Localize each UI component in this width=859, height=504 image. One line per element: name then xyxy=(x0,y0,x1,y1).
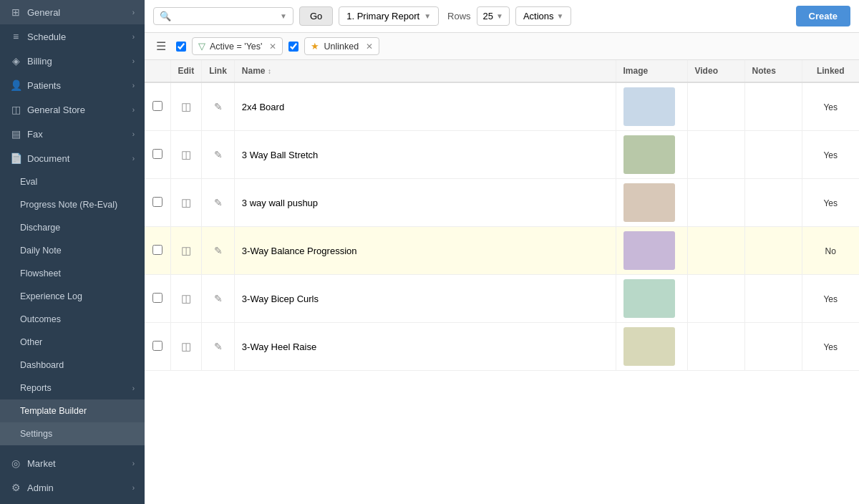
sidebar-item-discharge[interactable]: Discharge xyxy=(0,216,145,239)
sidebar-label-outcomes: Outcomes xyxy=(20,314,61,324)
row-checkbox[interactable] xyxy=(152,101,162,111)
view-icon[interactable]: ◫ xyxy=(181,292,191,304)
filter2-close[interactable]: ✕ xyxy=(366,42,373,52)
linked-value: Yes xyxy=(823,342,838,352)
exercise-image xyxy=(623,87,675,126)
edit-icon[interactable]: ✎ xyxy=(214,101,223,112)
filter-sort-button[interactable]: ☰ xyxy=(152,38,170,54)
patients-icon: 👤 xyxy=(10,79,21,91)
edit-icon[interactable]: ✎ xyxy=(214,341,223,352)
edit-icon[interactable]: ✎ xyxy=(214,245,223,256)
view-icon[interactable]: ◫ xyxy=(181,100,191,112)
create-button[interactable]: Create xyxy=(796,6,850,26)
sidebar-label-admin: Admin xyxy=(27,483,54,493)
sidebar-item-billing[interactable]: ◈ Billing › xyxy=(0,49,145,73)
sidebar-label-billing: Billing xyxy=(27,56,52,67)
filter2-star-icon: ★ xyxy=(311,41,319,52)
name-cell: 3 way wall pushup xyxy=(234,179,616,227)
go-button[interactable]: Go xyxy=(299,6,333,26)
view-icon[interactable]: ◫ xyxy=(181,196,191,208)
sidebar-item-reports-sub[interactable]: Reports › xyxy=(0,377,145,399)
sidebar-label-other: Other xyxy=(20,337,42,347)
sidebar-item-reports-main[interactable]: 📊 Reports › xyxy=(0,500,145,504)
row-checkbox[interactable] xyxy=(152,293,162,303)
sidebar-item-eval[interactable]: Eval xyxy=(0,170,145,193)
video-cell xyxy=(687,131,744,179)
report-selector[interactable]: 1. Primary Report ▼ xyxy=(339,6,439,26)
notes-cell xyxy=(744,323,802,371)
notes-cell xyxy=(744,227,802,275)
sidebar-item-outcomes[interactable]: Outcomes xyxy=(0,308,145,331)
search-input[interactable] xyxy=(175,11,276,21)
exercise-image xyxy=(623,231,675,270)
sidebar-item-market[interactable]: ◎ Market › xyxy=(0,451,145,475)
filter1-checkbox[interactable] xyxy=(176,42,186,52)
sidebar-item-other[interactable]: Other xyxy=(0,331,145,354)
table-row: ◫✎3 way wall pushupYes xyxy=(145,179,859,227)
edit-cell: ◫ xyxy=(170,179,202,227)
sidebar-item-dashboard[interactable]: Dashboard xyxy=(0,354,145,377)
table-body: ◫✎2x4 BoardYes◫✎3 Way Ball StretchYes◫✎3… xyxy=(145,82,859,371)
sidebar-item-daily-note[interactable]: Daily Note xyxy=(0,239,145,262)
row-checkbox[interactable] xyxy=(152,149,162,159)
table-row: ◫✎2x4 BoardYes xyxy=(145,82,859,131)
sidebar-label-schedule: Schedule xyxy=(27,32,66,42)
col-header-name[interactable]: Name ↕ xyxy=(234,60,616,82)
linked-value: Yes xyxy=(823,102,838,112)
sidebar-item-patients[interactable]: 👤 Patients › xyxy=(0,73,145,97)
filter1-close[interactable]: ✕ xyxy=(269,42,276,52)
edit-cell: ◫ xyxy=(170,131,202,179)
sidebar-label-patients: Patients xyxy=(27,80,61,91)
sidebar-item-schedule[interactable]: ≡ Schedule › xyxy=(0,24,145,49)
topbar: 🔍 ▼ Go 1. Primary Report ▼ Rows 25 ▼ Act… xyxy=(145,0,859,33)
linked-cell: No xyxy=(802,227,859,275)
chevron-schedule: › xyxy=(132,33,135,41)
sidebar-label-document: Document xyxy=(27,153,69,164)
table-header-row: Edit Link Name ↕ Image Video Notes Linke… xyxy=(145,60,859,82)
sidebar-item-document[interactable]: 📄 Document › xyxy=(0,146,145,170)
search-wrap: 🔍 ▼ xyxy=(153,7,293,25)
chevron-patients: › xyxy=(132,82,135,89)
sidebar-item-admin[interactable]: ⚙ Admin › xyxy=(0,475,145,500)
filter2-checkbox[interactable] xyxy=(288,42,299,52)
sidebar-item-flowsheet[interactable]: Flowsheet xyxy=(0,262,145,285)
view-icon[interactable]: ◫ xyxy=(181,340,191,352)
sidebar-item-settings[interactable]: Settings xyxy=(0,422,145,445)
image-cell xyxy=(616,131,687,179)
view-icon[interactable]: ◫ xyxy=(181,148,191,160)
table-row: ◫✎3-Way Bicep CurlsYes xyxy=(145,275,859,323)
actions-label: Actions xyxy=(523,11,554,21)
edit-cell: ◫ xyxy=(170,323,202,371)
sidebar-label-settings: Settings xyxy=(20,429,52,439)
link-cell: ✎ xyxy=(202,275,235,323)
sidebar-item-experience-log[interactable]: Experience Log xyxy=(0,285,145,308)
video-cell xyxy=(687,275,744,323)
exercise-image xyxy=(623,279,675,318)
edit-icon[interactable]: ✎ xyxy=(214,149,223,160)
edit-icon[interactable]: ✎ xyxy=(214,197,223,208)
edit-icon[interactable]: ✎ xyxy=(214,293,223,304)
edit-cell: ◫ xyxy=(170,227,202,275)
video-cell xyxy=(687,323,744,371)
row-checkbox[interactable] xyxy=(152,245,162,255)
row-checkbox[interactable] xyxy=(152,341,162,351)
linked-cell: Yes xyxy=(802,131,859,179)
exercise-image xyxy=(623,327,675,366)
row-checkbox[interactable] xyxy=(152,197,162,207)
notes-cell xyxy=(744,179,802,227)
sidebar-label-experience-log: Experience Log xyxy=(20,291,82,301)
name-cell: 3 Way Ball Stretch xyxy=(234,131,616,179)
sidebar-item-fax[interactable]: ▤ Fax › xyxy=(0,122,145,146)
sidebar-item-template-builder[interactable]: Template Builder xyxy=(0,399,145,422)
sidebar-item-general-store[interactable]: ◫ General Store › xyxy=(0,97,145,122)
rows-selector[interactable]: 25 ▼ xyxy=(477,6,510,26)
view-icon[interactable]: ◫ xyxy=(181,244,191,256)
actions-button[interactable]: Actions ▼ xyxy=(515,6,572,26)
name-cell: 2x4 Board xyxy=(234,82,616,131)
name-cell: 3-Way Bicep Curls xyxy=(234,275,616,323)
name-cell: 3-Way Heel Raise xyxy=(234,323,616,371)
sidebar-item-general[interactable]: ⊞ General › xyxy=(0,0,145,24)
image-cell xyxy=(616,82,687,131)
sidebar-item-progress-note[interactable]: Progress Note (Re-Eval) xyxy=(0,193,145,216)
name-sort-icon: ↕ xyxy=(268,67,271,75)
